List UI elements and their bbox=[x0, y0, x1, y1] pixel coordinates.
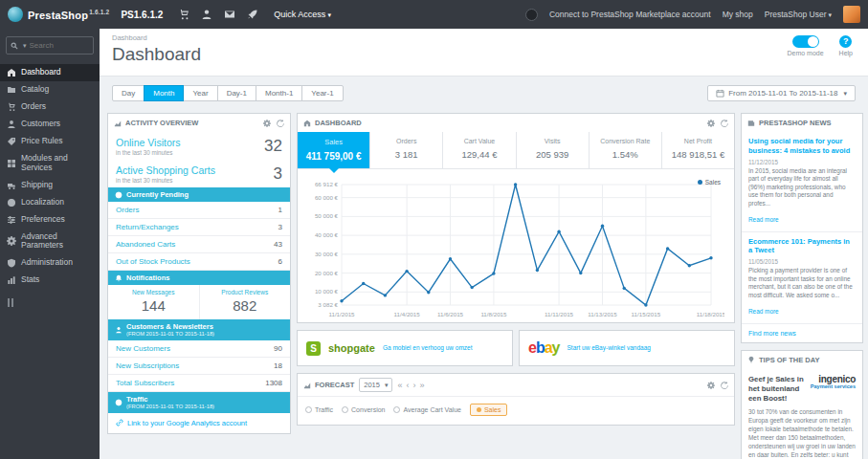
sidebar-item-orders[interactable]: Orders bbox=[0, 98, 100, 116]
new-customers-row[interactable]: New Customers90 bbox=[108, 340, 290, 358]
sidebar-item-price-rules[interactable]: Price Rules bbox=[0, 133, 100, 150]
sidebar-item-administration[interactable]: Administration bbox=[0, 254, 100, 272]
range-day-minus1-button[interactable]: Day-1 bbox=[217, 85, 256, 101]
demo-mode-toggle[interactable] bbox=[792, 35, 819, 48]
kpi-visits[interactable]: Visits205 939 bbox=[517, 132, 590, 168]
sidebar-item-localization[interactable]: Localization bbox=[0, 194, 100, 211]
date-range-toolbar: Day Month Year Day-1 Month-1 Year-1 From… bbox=[100, 76, 868, 106]
onboarding-rocket-icon[interactable] bbox=[241, 0, 264, 29]
google-analytics-link[interactable]: Link to your Google Analytics account bbox=[108, 413, 290, 433]
legend-average-cart-value[interactable]: Average Cart Value bbox=[393, 406, 460, 413]
radio-icon bbox=[342, 406, 348, 413]
quick-access-menu[interactable]: Quick Access▾ bbox=[264, 10, 341, 19]
range-year-button[interactable]: Year bbox=[183, 85, 217, 101]
news-column: PRESTASHOP NEWS Using social media for y… bbox=[741, 113, 863, 459]
kpi-orders[interactable]: Orders3 181 bbox=[370, 132, 443, 168]
forecast-pagination: « ‹ › » bbox=[397, 381, 424, 390]
pending-returns-row[interactable]: Return/Exchanges3 bbox=[108, 219, 290, 236]
tips-panel-header: TIPS OF THE DAY bbox=[742, 351, 862, 369]
sidebar-item-customers[interactable]: Customers bbox=[0, 116, 100, 133]
dashboard-trends-panel: DASHBOARD Sales411 759,00 € Orders3 181 … bbox=[297, 113, 735, 323]
currently-pending-header: Currently Pending bbox=[108, 187, 290, 202]
range-day-button[interactable]: Day bbox=[112, 85, 145, 101]
legend-traffic[interactable]: Traffic bbox=[305, 406, 333, 413]
shop-name[interactable]: PS1.6.1.2 bbox=[119, 10, 172, 20]
messages-notification-icon[interactable] bbox=[218, 0, 241, 29]
customers-notification-icon[interactable] bbox=[195, 0, 218, 29]
news-title-link[interactable]: Ecommerce 101: Payments in a Tweet bbox=[748, 237, 856, 256]
sidebar-item-shipping[interactable]: Shipping bbox=[0, 177, 100, 194]
sidebar-item-modules[interactable]: Modules and Services bbox=[0, 150, 100, 177]
total-subscribers-row[interactable]: Total Subscribers1308 bbox=[108, 375, 290, 392]
kpi-net-profit[interactable]: Net Profit148 918,51 € bbox=[662, 132, 734, 168]
forecast-year-select[interactable]: 2015▾ bbox=[359, 378, 392, 392]
panel-settings-gear-icon[interactable] bbox=[263, 120, 271, 127]
last-page-icon[interactable]: » bbox=[419, 381, 424, 390]
sidebar: ▾ Dashboard Catalog Orders Customers Pri… bbox=[0, 29, 100, 459]
tips-of-the-day-panel: TIPS OF THE DAY Geef je Sales in het bui… bbox=[741, 350, 863, 459]
ebay-promo-link[interactable]: Start uw eBay-winkel vandaag bbox=[568, 344, 651, 352]
link-icon bbox=[116, 419, 123, 426]
sidebar-item-preferences[interactable]: Preferences bbox=[0, 211, 100, 229]
panel-refresh-icon[interactable] bbox=[721, 382, 728, 389]
panel-settings-gear-icon[interactable] bbox=[707, 120, 715, 127]
sidebar-search[interactable]: ▾ bbox=[6, 36, 94, 55]
read-more-link[interactable]: Read more bbox=[748, 308, 779, 315]
search-scope-caret-icon[interactable]: ▾ bbox=[23, 42, 27, 50]
clock-icon bbox=[115, 191, 122, 199]
range-month-button[interactable]: Month bbox=[144, 85, 184, 101]
abandoned-carts-row[interactable]: Abandoned Carts43 bbox=[108, 236, 290, 253]
kpi-cart-value[interactable]: Cart Value129,44 € bbox=[443, 132, 516, 168]
orange-dot-icon bbox=[477, 407, 481, 412]
sidebar-collapse-icon[interactable] bbox=[8, 298, 100, 307]
new-messages-cell[interactable]: New Messages144 bbox=[108, 285, 199, 319]
news-title-link[interactable]: Using social media for your business: 4 … bbox=[748, 137, 856, 156]
orders-notification-icon[interactable] bbox=[172, 0, 195, 29]
shopgate-promo-link[interactable]: Ga mobiel en verhoog uw omzet bbox=[383, 344, 473, 352]
my-shop-link[interactable]: My shop bbox=[723, 10, 753, 19]
kpi-conversion-rate[interactable]: Conversion Rate1.54% bbox=[590, 132, 662, 168]
pending-orders-row[interactable]: Orders1 bbox=[108, 202, 290, 219]
user-avatar[interactable] bbox=[843, 6, 860, 23]
svg-text:50 000 €: 50 000 € bbox=[315, 212, 339, 219]
activity-icon bbox=[114, 120, 122, 127]
legend-sales-active[interactable]: Sales bbox=[470, 404, 508, 416]
prev-page-icon[interactable]: ‹ bbox=[406, 381, 409, 390]
user-menu[interactable]: PrestaShop User▾ bbox=[765, 10, 832, 19]
range-month-minus1-button[interactable]: Month-1 bbox=[256, 85, 302, 101]
version-label: 1.6.1.2 bbox=[89, 9, 109, 15]
activity-column: ACTIVITY OVERVIEW Online Visitorsin the … bbox=[107, 113, 291, 441]
news-date: 11/05/2015 bbox=[748, 258, 856, 265]
out-of-stock-row[interactable]: Out of Stock Products6 bbox=[108, 253, 290, 271]
new-subscriptions-row[interactable]: New Subscriptions18 bbox=[108, 358, 290, 375]
kpi-sales[interactable]: Sales411 759,00 € bbox=[298, 132, 370, 168]
chevron-down-icon: ▾ bbox=[385, 382, 389, 389]
first-page-icon[interactable]: « bbox=[397, 381, 402, 390]
prestashop-logo[interactable]: PrestaShop1.6.1.2 bbox=[0, 7, 119, 22]
customers-newsletters-header: Customers & Newsletters(FROM 2015-11-01 … bbox=[108, 319, 290, 340]
sliders-icon bbox=[7, 215, 16, 225]
sidebar-item-dashboard[interactable]: Dashboard bbox=[0, 64, 100, 81]
date-range-picker[interactable]: From 2015-11-01 To 2015-11-18 ▾ bbox=[707, 85, 856, 101]
shopgate-brand: shopgate bbox=[328, 342, 375, 354]
legend-conversion[interactable]: Conversion bbox=[342, 406, 385, 413]
read-more-link[interactable]: Read more bbox=[748, 216, 779, 223]
find-more-news-link[interactable]: Find more news bbox=[742, 324, 862, 342]
range-year-minus1-button[interactable]: Year-1 bbox=[301, 85, 343, 101]
product-reviews-cell[interactable]: Product Reviews882 bbox=[199, 285, 291, 319]
panel-refresh-icon[interactable] bbox=[277, 120, 284, 127]
marketplace-connect-link[interactable]: Connect to PrestaShop Marketplace accoun… bbox=[549, 10, 711, 19]
panel-refresh-icon[interactable] bbox=[721, 120, 728, 127]
search-input[interactable] bbox=[30, 41, 79, 50]
svg-text:11/13/2015: 11/13/2015 bbox=[588, 311, 617, 317]
breadcrumb: Dashboard bbox=[112, 33, 858, 42]
sidebar-item-advanced-parameters[interactable]: Advanced Parameters bbox=[0, 229, 100, 255]
next-page-icon[interactable]: › bbox=[412, 381, 415, 390]
prestashop-logo-icon bbox=[8, 7, 23, 22]
sidebar-item-catalog[interactable]: Catalog bbox=[0, 81, 100, 98]
sidebar-item-stats[interactable]: Stats bbox=[0, 272, 100, 289]
cart-icon bbox=[7, 102, 16, 112]
help-icon[interactable]: ? bbox=[839, 35, 852, 48]
online-visitors-value: 32 bbox=[264, 137, 282, 156]
panel-settings-gear-icon[interactable] bbox=[707, 382, 715, 389]
